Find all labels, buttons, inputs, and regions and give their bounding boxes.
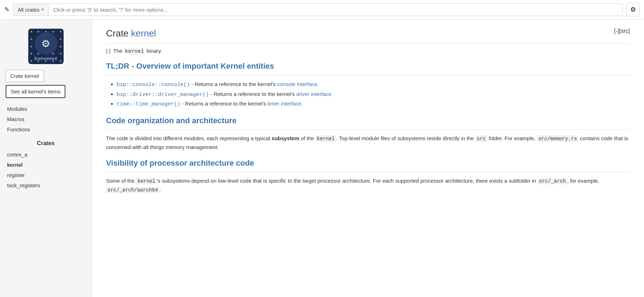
src-link[interactable]: [-][src] [614,28,630,34]
bullet3-text: - Returns a reference to the kernel's [180,101,268,107]
page-header: Crate kernel [-][src] [106,28,630,39]
logo-area: ⚙ Embedded [0,25,92,70]
logo-box: ⚙ Embedded [28,29,64,64]
main-content: Crate kernel [-][src] [-] The kernel bin… [92,19,644,297]
para2-end3: . [159,187,161,193]
sidebar-crate-cortex-a[interactable]: cortex_a [0,149,92,160]
search-input[interactable] [48,4,622,16]
bullet1-text2: . [317,81,319,87]
description-line: [-] The kernel binary. [106,48,630,55]
para1-strong: subsystem [271,135,299,141]
pencil-icon[interactable]: ✎ [4,6,10,13]
bullet2-code: bsp::driver::driver_manager() [117,92,209,98]
para1-em: modules [184,135,204,141]
section1-divider [106,75,630,75]
topbar: ✎ All crates ▾ ⚙ [0,0,644,19]
description-text: The [113,48,124,54]
para1: The code is divided into different modul… [106,134,630,152]
section1-heading: TL;DR - Overview of important Kernel ent… [106,62,630,71]
crate-name-heading: kernel [131,28,156,39]
para2-end: 's subsystems depend on low-level code t… [157,178,538,184]
page-title: Crate kernel [106,28,156,39]
settings-button[interactable]: ⚙ [626,3,640,16]
list-item: bsp::driver::driver_manager() - Returns … [117,90,630,99]
section2-divider [106,130,630,130]
bullet2-text: - Returns a reference to the kernel's [209,91,296,97]
header-divider [106,43,630,44]
sidebar-item-modules[interactable]: Modules [0,104,92,114]
para1-code2: src [475,136,487,142]
bullet1-link[interactable]: console interface [277,81,317,87]
description-code: kernel [124,48,145,55]
crate-filter-dropdown[interactable]: All crates ▾ [13,4,48,16]
logo-inner: ⚙ [35,32,57,55]
para2-code3: src/_arch/aarch64 [106,187,159,193]
bullet1-code: bsp::console::console() [117,82,190,88]
crate-filter-label: All crates [18,7,40,13]
rust-gear-icon: ⚙ [41,38,50,50]
bullet1-text: - Returns a reference to the kernel's [190,81,277,87]
bullet3-text2: . [301,101,303,107]
para1-mid2: of the [299,135,316,141]
para1-code1: kernel [316,136,336,142]
para2-start: Some of the [106,178,136,184]
bullet3-link[interactable]: timer interface [268,101,301,107]
section2-heading: Code organization and architecture [106,116,630,125]
para2: Some of the kernel's subsystems depend o… [106,177,630,194]
sidebar-item-functions[interactable]: Functions [0,124,92,135]
sidebar-item-macros[interactable]: Macros [0,114,92,124]
para1-code3: src/memory.rs [537,136,578,142]
gear-icon: ⚙ [630,6,636,13]
bullet2-link[interactable]: driver interface [296,91,331,97]
para2-code2: src/_arch [538,178,567,184]
main-layout: ⚙ Embedded Crate kernel See all kernel's… [0,19,644,297]
sidebar-crate-tock-registers[interactable]: tock_registers [0,180,92,190]
collapse-toggle[interactable]: [-] [106,48,110,54]
crates-section-title: Crates [0,135,92,149]
bullet3-code: time::time_manager() [117,101,180,107]
description-suffix: binary. [145,48,162,54]
logo-label: Embedded [34,56,57,61]
crate-kernel-button[interactable]: Crate kernel [6,70,44,82]
bullet2-text2: . [331,91,333,97]
para1-start: The code is divided into different [106,135,184,141]
bullet-list: bsp::console::console() - Returns a refe… [106,80,630,109]
see-all-items-button[interactable]: See all kernel's items [6,85,65,98]
section3-divider [106,172,630,172]
para1-mid4: folder. For example, [487,135,537,141]
sidebar-crate-register[interactable]: register [0,170,92,180]
para1-mid3: . Top-level module files of subsystems r… [336,135,475,141]
sidebar: ⚙ Embedded Crate kernel See all kernel's… [0,19,92,297]
sidebar-crate-kernel[interactable]: kernel [0,160,92,170]
list-item: time::time_manager() - Returns a referen… [117,99,630,109]
list-item: bsp::console::console() - Returns a refe… [117,80,630,90]
search-container: All crates ▾ [13,4,623,16]
para1-mid: , each representing a typical [204,135,272,141]
chevron-down-icon: ▾ [42,7,44,12]
page-title-prefix: Crate [106,28,131,39]
para2-end2: , for example, [567,178,599,184]
para2-code1: kernel [136,178,157,184]
section3-heading: Visibility of processor architecture cod… [106,159,630,168]
